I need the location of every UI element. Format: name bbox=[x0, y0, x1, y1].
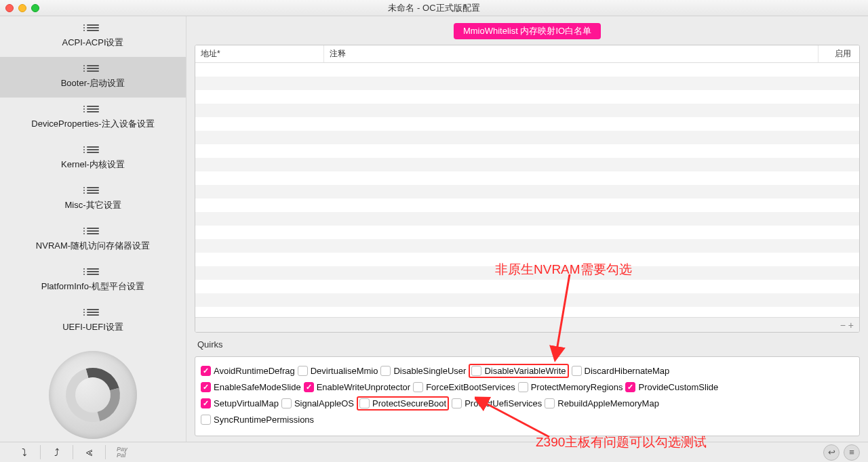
quirk-protectsecureboot[interactable]: ProtectSecureBoot bbox=[357, 396, 449, 411]
quirk-rebuildapplememorymap[interactable]: RebuildAppleMemoryMap bbox=[545, 398, 659, 408]
quirk-signalappleos[interactable]: SignalAppleOS bbox=[281, 398, 354, 408]
checkbox-icon bbox=[625, 382, 635, 392]
add-row-button[interactable]: + bbox=[848, 320, 854, 331]
traffic-lights bbox=[5, 4, 39, 12]
checkbox-icon bbox=[201, 366, 211, 376]
share-button[interactable]: ⪡ bbox=[73, 445, 106, 459]
quirks-box: AvoidRuntimeDefrag DevirtualiseMmio Disa… bbox=[195, 356, 860, 436]
export-button[interactable]: ⤴ bbox=[41, 445, 73, 459]
list-icon bbox=[87, 24, 99, 34]
quirk-enablesafemodeslide[interactable]: EnableSafeModeSlide bbox=[201, 382, 301, 392]
zoom-window-button[interactable] bbox=[31, 4, 39, 12]
list-icon bbox=[87, 65, 99, 75]
list-icon bbox=[87, 309, 99, 318]
quirk-enablewriteunprotector[interactable]: EnableWriteUnprotector bbox=[304, 382, 411, 392]
table-footer: − + bbox=[195, 317, 859, 332]
list-icon bbox=[87, 228, 99, 237]
list-icon bbox=[87, 268, 99, 278]
remove-row-button[interactable]: − bbox=[840, 320, 846, 331]
window-title: 未命名 - OC正式版配置 bbox=[388, 2, 479, 14]
quirk-disablevariablewrite[interactable]: DisableVariableWrite bbox=[469, 364, 568, 378]
sidebar-item-platforminfo[interactable]: PlatformInfo-机型平台设置 bbox=[0, 260, 186, 301]
table-header: 地址* 注释 启用 bbox=[195, 45, 859, 63]
quirk-discardhibernatemap[interactable]: DiscardHibernateMap bbox=[572, 366, 670, 376]
checkbox-icon bbox=[304, 382, 314, 392]
checkbox-icon bbox=[201, 382, 211, 392]
undo-button[interactable]: ↩ bbox=[823, 444, 840, 461]
main-area: ACPI-ACPI设置 Booter-启动设置 DeviceProperties… bbox=[0, 16, 868, 442]
quirk-devirtualisemmio[interactable]: DevirtualiseMmio bbox=[298, 366, 378, 376]
sidebar-item-uefi[interactable]: UEFI-UEFI设置 bbox=[0, 301, 186, 341]
quirk-syncruntimepermissions[interactable]: SyncRuntimePermissions bbox=[201, 415, 314, 425]
mmio-table: 地址* 注释 启用 − + bbox=[195, 45, 860, 333]
col-comment[interactable]: 注释 bbox=[324, 45, 818, 62]
quirk-avoidruntimedefrag[interactable]: AvoidRuntimeDefrag bbox=[201, 366, 295, 376]
checkbox-icon bbox=[380, 366, 391, 376]
checkbox-icon bbox=[452, 398, 462, 408]
bottom-toolbar: ⤵ ⤴ ⪡ Pay Pal ↩ ≡ bbox=[0, 442, 868, 462]
import-button[interactable]: ⤵ bbox=[8, 445, 41, 459]
sidebar: ACPI-ACPI设置 Booter-启动设置 DeviceProperties… bbox=[0, 16, 186, 442]
quirk-protectuefiservices[interactable]: ProtectUefiServices bbox=[452, 398, 542, 408]
quirk-disablesingleuser[interactable]: DisableSingleUser bbox=[380, 366, 466, 376]
checkbox-icon bbox=[298, 366, 308, 376]
sidebar-item-booter[interactable]: Booter-启动设置 bbox=[0, 57, 186, 98]
checkbox-icon bbox=[281, 398, 292, 408]
sidebar-item-acpi[interactable]: ACPI-ACPI设置 bbox=[0, 16, 186, 57]
sidebar-item-nvram[interactable]: NVRAM-随机访问存储器设置 bbox=[0, 219, 186, 260]
content-pane: MmioWhitelist 内存映射IO白名单 地址* 注释 启用 − + Qu… bbox=[186, 16, 868, 442]
quirk-setupvirtualmap[interactable]: SetupVirtualMap bbox=[201, 398, 279, 408]
col-enabled[interactable]: 启用 bbox=[818, 45, 859, 62]
checkbox-icon bbox=[572, 366, 582, 376]
quirks-label: Quirks bbox=[195, 338, 860, 351]
checkbox-icon bbox=[413, 382, 423, 392]
list-icon bbox=[87, 106, 99, 115]
checkbox-icon bbox=[201, 398, 211, 408]
paypal-button[interactable]: Pay Pal bbox=[106, 445, 138, 460]
sidebar-item-deviceproperties[interactable]: DeviceProperties-注入设备设置 bbox=[0, 98, 186, 138]
list-icon bbox=[87, 146, 99, 156]
col-address[interactable]: 地址* bbox=[195, 45, 324, 62]
progress-dial bbox=[49, 351, 137, 439]
list-icon bbox=[87, 187, 99, 196]
sidebar-item-misc[interactable]: Misc-其它设置 bbox=[0, 179, 186, 219]
checkbox-icon bbox=[359, 398, 370, 408]
table-body[interactable] bbox=[195, 63, 859, 317]
checkbox-icon bbox=[201, 415, 211, 425]
quirk-providecustomslide[interactable]: ProvideCustomSlide bbox=[625, 382, 718, 392]
checkbox-icon bbox=[518, 382, 528, 392]
quirk-protectmemoryregions[interactable]: ProtectMemoryRegions bbox=[518, 382, 623, 392]
close-window-button[interactable] bbox=[5, 4, 14, 12]
section-badge: MmioWhitelist 内存映射IO白名单 bbox=[454, 23, 601, 39]
menu-button[interactable]: ≡ bbox=[844, 444, 860, 461]
minimize-window-button[interactable] bbox=[18, 4, 26, 12]
checkbox-icon bbox=[471, 366, 481, 376]
quirk-forceexitbootservices[interactable]: ForceExitBootServices bbox=[413, 382, 515, 392]
checkbox-icon bbox=[545, 398, 555, 408]
titlebar: 未命名 - OC正式版配置 bbox=[0, 0, 868, 16]
sidebar-item-kernel[interactable]: Kernel-内核设置 bbox=[0, 138, 186, 179]
